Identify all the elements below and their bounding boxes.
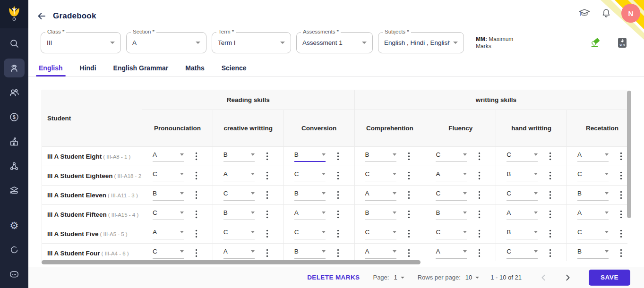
grade-select[interactable]: C (507, 190, 538, 201)
grade-options-button[interactable] (266, 171, 268, 180)
grade-options-button[interactable] (408, 191, 410, 199)
grade-select[interactable]: B (436, 209, 467, 220)
tab-science[interactable]: Science (219, 60, 249, 76)
grade-options-button[interactable] (337, 152, 339, 161)
grade-options-button[interactable] (408, 229, 410, 238)
grade-options-button[interactable] (266, 229, 268, 238)
grade-select[interactable]: C (577, 170, 609, 181)
grade-options-button[interactable] (195, 210, 197, 219)
grade-options-button[interactable] (408, 171, 410, 180)
grade-select[interactable]: C (153, 209, 184, 220)
grade-options-button[interactable] (337, 171, 339, 180)
grade-select[interactable]: A (153, 151, 184, 162)
previous-page-button[interactable] (538, 271, 550, 284)
tab-english-grammar[interactable]: English Grammar (111, 60, 172, 76)
grade-select[interactable]: B (365, 151, 396, 162)
grade-options-button[interactable] (195, 229, 197, 238)
grade-select[interactable]: B (294, 151, 326, 162)
vertical-scrollbar[interactable] (627, 90, 631, 265)
sidebar-item-people[interactable] (0, 80, 28, 105)
filter-select-section[interactable]: Section *A (126, 32, 206, 53)
filter-select-subjects[interactable]: Subjects *English , Hindi , English ... (378, 32, 464, 53)
grade-select[interactable]: B (223, 209, 255, 220)
grade-select[interactable]: C (223, 190, 255, 201)
grade-options-button[interactable] (337, 229, 339, 238)
grade-select[interactable]: C (153, 248, 184, 259)
export-xls-button[interactable]: XLS (616, 36, 629, 49)
grade-select[interactable]: C (507, 151, 538, 162)
filter-select-assessments[interactable]: Assessments *Assessment 1 (296, 32, 373, 53)
grade-select[interactable]: B (507, 229, 538, 239)
grade-select[interactable]: A (507, 209, 538, 220)
grade-select[interactable]: A (436, 170, 467, 181)
tab-maths[interactable]: Maths (182, 60, 207, 76)
sidebar-item-fees[interactable]: $ (0, 105, 28, 129)
grade-options-button[interactable] (266, 152, 268, 161)
app-logo[interactable] (0, 0, 28, 28)
grade-select[interactable]: C (507, 248, 538, 259)
grade-options-button[interactable] (266, 249, 268, 257)
grade-select[interactable]: C (223, 229, 255, 239)
grade-select[interactable]: C (153, 170, 184, 181)
grade-options-button[interactable] (620, 249, 622, 257)
grade-options-button[interactable] (620, 191, 622, 199)
grade-select[interactable]: B (294, 190, 326, 201)
tab-hindi[interactable]: Hindi (77, 60, 99, 76)
grade-select[interactable]: B (507, 170, 538, 181)
horizontal-scrollbar[interactable] (42, 260, 627, 265)
grade-select[interactable]: C (436, 151, 467, 162)
grade-options-button[interactable] (408, 152, 410, 161)
clear-marks-button[interactable] (589, 36, 602, 49)
grade-select[interactable]: A (436, 248, 467, 259)
horizontal-scrollbar-thumb[interactable] (42, 260, 421, 264)
grade-options-button[interactable] (620, 171, 622, 180)
grade-options-button[interactable] (408, 249, 410, 257)
sidebar-item-community[interactable] (0, 154, 28, 178)
rows-per-page-select[interactable]: 10 (465, 274, 479, 281)
grade-select[interactable]: C (294, 170, 326, 181)
sidebar-item-students[interactable] (0, 56, 28, 80)
grade-options-button[interactable] (620, 152, 622, 161)
grade-options-button[interactable] (478, 171, 481, 180)
sidebar-item-settings[interactable]: ⚙ (0, 213, 28, 237)
tab-english[interactable]: English (36, 60, 66, 76)
grade-select[interactable]: B (577, 248, 609, 259)
grade-options-button[interactable] (620, 229, 622, 238)
grade-select[interactable]: B (577, 190, 609, 201)
grade-select[interactable]: C (577, 229, 609, 239)
grade-options-button[interactable] (478, 229, 481, 238)
next-page-button[interactable] (561, 271, 574, 284)
grade-select[interactable]: B (223, 151, 255, 162)
grade-options-button[interactable] (337, 249, 339, 257)
grade-options-button[interactable] (549, 229, 551, 238)
grade-select[interactable]: B (365, 209, 396, 220)
grade-select[interactable]: C (365, 229, 396, 239)
sidebar-item-academics[interactable] (0, 178, 28, 203)
filter-select-class[interactable]: Class *III (41, 32, 121, 53)
grade-options-button[interactable] (620, 210, 622, 219)
grade-select[interactable]: C (365, 170, 396, 181)
grade-select[interactable]: A (577, 209, 609, 220)
page-select[interactable]: 1 (394, 274, 404, 281)
grade-select[interactable]: B (153, 190, 184, 201)
grade-select[interactable]: A (365, 190, 396, 201)
grade-select[interactable]: A (577, 151, 609, 162)
grade-options-button[interactable] (337, 210, 339, 219)
grade-options-button[interactable] (195, 249, 197, 257)
filter-select-term[interactable]: Term *Term I (212, 32, 291, 53)
grade-select[interactable]: B (294, 248, 326, 259)
academics-shortcut-button[interactable] (578, 7, 591, 20)
grade-options-button[interactable] (549, 171, 551, 180)
grade-options-button[interactable] (195, 191, 197, 199)
sidebar-item-search[interactable] (0, 31, 28, 56)
back-button[interactable] (36, 10, 48, 22)
grade-select[interactable]: A (365, 248, 396, 259)
sidebar-item-school[interactable] (0, 129, 28, 154)
grade-options-button[interactable] (195, 171, 197, 180)
grade-select[interactable]: A (153, 229, 184, 239)
grade-select[interactable]: C (294, 229, 326, 239)
grade-options-button[interactable] (408, 210, 410, 219)
grade-select[interactable]: A (294, 209, 326, 220)
grade-options-button[interactable] (549, 191, 551, 199)
grade-select[interactable]: C (436, 229, 467, 239)
